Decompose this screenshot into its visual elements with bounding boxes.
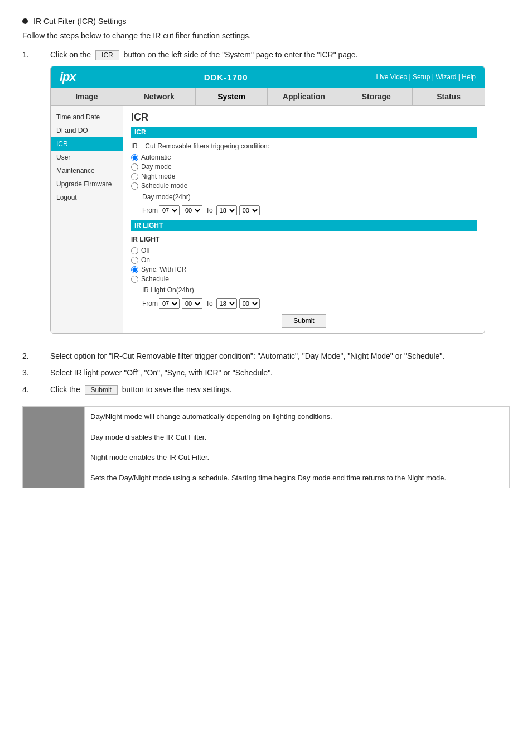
ir-radio-on[interactable]: On — [131, 256, 477, 264]
cam-logo: ipx — [60, 70, 76, 84]
icr-from-row: From 07 00 To 18 00 — [142, 205, 477, 215]
cam-nav: Image Network System Application Storage… — [51, 88, 485, 106]
icr-radio-day[interactable]: Day mode — [131, 163, 477, 171]
step-3-text: Select IR light power "Off", "On", "Sync… — [50, 368, 273, 377]
sidebar-maintenance[interactable]: Maintenance — [51, 164, 123, 177]
icr-radio-automatic-input[interactable] — [131, 154, 138, 161]
ir-light-section-header: IR LIGHT — [131, 220, 477, 231]
nav-image[interactable]: Image — [51, 88, 123, 105]
nav-network[interactable]: Network — [123, 88, 196, 105]
step-4-num: 4. — [22, 385, 50, 395]
ir-radio-sync[interactable]: Sync. With ICR — [131, 266, 477, 273]
ir-radio-off-input[interactable] — [131, 247, 138, 254]
step-4-content: Click the Submit button to save the new … — [50, 385, 510, 395]
sidebar-di-do[interactable]: DI and DO — [51, 124, 123, 137]
ir-light-schedule-label-row: IR Light On(24hr) — [142, 286, 477, 294]
sidebar-icr[interactable]: ICR — [51, 137, 123, 151]
sidebar-user[interactable]: User — [51, 151, 123, 164]
step-1-num: 1. — [22, 50, 50, 344]
to-min-select[interactable]: 00 — [239, 205, 260, 215]
icr-radio-schedule[interactable]: Schedule mode — [131, 182, 477, 190]
step-1-text-before: Click on the — [50, 50, 91, 59]
cam-body: Time and Date DI and DO ICR User Mainten… — [51, 106, 485, 333]
icr-radio-schedule-input[interactable] — [131, 182, 138, 190]
step-3-content: Select IR light power "Off", "On", "Sync… — [50, 368, 510, 377]
cam-header: ipx DDK-1700 Live Video | Setup | Wizard… — [51, 66, 485, 88]
step-2: 2. Select option for "IR-Cut Removable f… — [22, 351, 510, 360]
ir-to-hour-select[interactable]: 18 — [216, 298, 237, 309]
step-1: 1. Click on the ICR button on the left s… — [22, 50, 510, 344]
ir-light-title: IR LIGHT — [131, 235, 477, 243]
ir-light-radio-group: Off On Sync. With ICR Schedule — [131, 247, 477, 283]
note-row-1: Day/Night mode will change automatically… — [85, 407, 509, 427]
step-1-inline-btn: ICR — [95, 50, 119, 60]
ir-from-label: From — [142, 300, 158, 307]
nav-status[interactable]: Status — [413, 88, 485, 105]
submit-button[interactable]: Submit — [282, 314, 326, 328]
ir-from-min-select[interactable]: 00 — [182, 298, 202, 309]
ir-radio-on-input[interactable] — [131, 257, 138, 264]
sidebar-upgrade-firmware[interactable]: Upgrade Firmware — [51, 177, 123, 191]
nav-system[interactable]: System — [196, 88, 268, 105]
ir-radio-off[interactable]: Off — [131, 247, 477, 254]
from-label: From — [142, 206, 158, 214]
ir-light-schedule-label: IR Light On(24hr) — [142, 286, 194, 294]
ir-radio-sync-input[interactable] — [131, 266, 138, 273]
note-row-2: Day mode disables the IR Cut Filter. — [85, 427, 509, 448]
cam-sidebar: Time and Date DI and DO ICR User Mainten… — [51, 106, 123, 333]
icr-radio-group: Automatic Day mode Night mode Schedule m… — [131, 153, 477, 190]
step-4-text-before: Click the — [50, 385, 80, 394]
nav-application[interactable]: Application — [268, 88, 340, 105]
step-4-text-after: button to save the new settings. — [122, 385, 232, 394]
ir-to-label: To — [206, 300, 213, 307]
cam-page-title: ICR — [131, 112, 477, 123]
ir-to-min-select[interactable]: 00 — [239, 298, 260, 309]
cam-links: Live Video | Setup | Wizard | Help — [376, 73, 476, 81]
to-label: To — [206, 206, 213, 214]
day-mode-label: Day mode(24hr) — [142, 193, 191, 201]
icr-section-header: ICR — [131, 127, 477, 138]
ir-from-row: From 07 00 To 18 00 — [142, 298, 477, 309]
nav-storage[interactable]: Storage — [340, 88, 413, 105]
cam-main: ICR ICR IR _ Cut Removable filters trigg… — [123, 106, 485, 333]
step-2-num: 2. — [22, 351, 50, 360]
note-rows: Day/Night mode will change automatically… — [84, 407, 509, 488]
step-3: 3. Select IR light power "Off", "On", "S… — [22, 368, 510, 377]
step-4: 4. Click the Submit button to save the n… — [22, 385, 510, 395]
step-4-inline-btn: Submit — [85, 385, 118, 395]
ir-radio-schedule-input[interactable] — [131, 276, 138, 283]
icr-day-mode-row: Day mode(24hr) — [142, 193, 477, 201]
icr-radio-day-input[interactable] — [131, 163, 138, 171]
bullet-section: IR Cut Filter (ICR) Settings — [22, 17, 510, 26]
step-1-content: Click on the ICR button on the left side… — [50, 50, 510, 344]
cam-model: DDK-1700 — [204, 73, 248, 82]
ir-radio-schedule[interactable]: Schedule — [131, 275, 477, 283]
note-row-3: Night mode enables the IR Cut Filter. — [85, 447, 509, 468]
ir-from-hour-select[interactable]: 07 — [159, 298, 180, 309]
icr-radio-night[interactable]: Night mode — [131, 172, 477, 180]
step-2-content: Select option for "IR-Cut Removable filt… — [50, 351, 510, 360]
bullet-icon — [22, 18, 28, 24]
icr-radio-automatic[interactable]: Automatic — [131, 153, 477, 161]
from-hour-select[interactable]: 07 — [159, 205, 180, 215]
intro-text: Follow the steps below to change the IR … — [22, 31, 510, 40]
icr-field-label: IR _ Cut Removable filters triggering co… — [131, 142, 477, 150]
camera-ui: ipx DDK-1700 Live Video | Setup | Wizard… — [50, 66, 485, 334]
step-3-num: 3. — [22, 368, 50, 377]
sidebar-logout[interactable]: Logout — [51, 191, 123, 204]
from-min-select[interactable]: 00 — [182, 205, 202, 215]
note-row-4: Sets the Day/Night mode using a schedule… — [85, 468, 509, 488]
section-title: IR Cut Filter (ICR) Settings — [33, 17, 126, 26]
note-label-col — [23, 407, 84, 488]
note-box: Day/Night mode will change automatically… — [22, 406, 510, 488]
icr-radio-night-input[interactable] — [131, 173, 138, 180]
step-1-text-after: button on the left side of the "System" … — [124, 50, 358, 59]
sidebar-time-date[interactable]: Time and Date — [51, 110, 123, 124]
to-hour-select[interactable]: 18 — [216, 205, 237, 215]
step-2-text: Select option for "IR-Cut Removable filt… — [50, 351, 444, 360]
submit-row: Submit — [131, 314, 477, 328]
